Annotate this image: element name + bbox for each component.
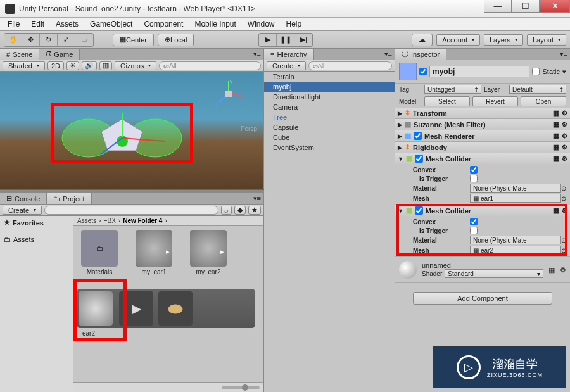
menu-edit[interactable]: Edit (26, 18, 49, 30)
scene-search[interactable]: ᔕAll (159, 61, 261, 70)
move-tool[interactable]: ✥ (22, 34, 40, 46)
minimize-button[interactable]: — (484, 0, 512, 13)
hierarchy-item-selected[interactable]: myobj (264, 82, 395, 92)
tag-dropdown[interactable]: Untagged‡ (424, 85, 481, 94)
tab-options[interactable]: ▾≡ (92, 193, 263, 204)
component-enable-checkbox[interactable] (415, 155, 423, 163)
static-checkbox[interactable] (532, 68, 540, 75)
gizmos-dropdown[interactable]: Gizmos (115, 61, 156, 70)
save-search-icon[interactable]: ★ (248, 206, 261, 215)
hierarchy-create-dropdown[interactable]: Create (267, 61, 306, 70)
help-icon[interactable]: ▦ (553, 132, 559, 140)
hierarchy-item[interactable]: Terrain (264, 72, 395, 82)
layer-dropdown[interactable]: Default‡ (509, 85, 566, 94)
add-component-button[interactable]: Add Component (413, 292, 552, 305)
scene-fx-icon[interactable]: ▥ (99, 61, 112, 70)
component-enable-checkbox[interactable] (414, 132, 422, 140)
tab-project[interactable]: 🗀 Project (47, 193, 91, 204)
asset-my-ear2[interactable]: my_ear2 ▸ (186, 230, 231, 284)
shading-dropdown[interactable]: Shaded (3, 61, 45, 70)
menu-file[interactable]: File (3, 18, 25, 30)
help-icon[interactable]: ▦ (548, 266, 555, 274)
help-icon[interactable]: ▦ (553, 143, 559, 151)
layers-dropdown[interactable]: Layers (484, 34, 523, 46)
tab-inspector[interactable]: ⓘ Inspector (395, 49, 446, 60)
gear-icon[interactable]: ⚙ (560, 266, 566, 274)
tab-game[interactable]: ᗧ Game (39, 49, 80, 60)
hierarchy-item[interactable]: Directional light (264, 92, 395, 102)
tab-console[interactable]: ⊟ Console (0, 193, 47, 204)
thumb-size-slider[interactable] (222, 386, 260, 389)
tab-options[interactable]: ▾≡ (314, 49, 395, 60)
component-mesh-filter[interactable]: ▶▦Suzanne (Mesh Filter)▦ ⚙ (395, 119, 570, 130)
hierarchy-item-prefab[interactable]: Tree (264, 112, 395, 122)
play-button[interactable]: ▶ (259, 34, 277, 46)
object-picker-icon[interactable]: ⊙ (561, 195, 566, 202)
pivot-local-button[interactable]: ⊕ Local (158, 34, 194, 46)
istrigger-checkbox[interactable] (470, 175, 478, 182)
asset-avatar[interactable]: ⬬ (158, 291, 193, 326)
menu-help[interactable]: Help (281, 18, 307, 30)
breadcrumb-current[interactable]: New Folder 4 (123, 217, 162, 224)
component-header[interactable]: ▼▦Mesh Collider▦ ⚙ (395, 153, 570, 164)
tab-hierarchy[interactable]: ≡ Hierarchy (264, 49, 314, 60)
sidebar-assets[interactable]: 🗀 Assets (0, 234, 73, 244)
shader-dropdown[interactable]: Standard▾ (445, 269, 543, 278)
scene-audio-icon[interactable]: 🔊 (82, 61, 97, 70)
gear-icon[interactable]: ⚙ (562, 121, 567, 128)
create-dropdown[interactable]: Create (3, 206, 42, 215)
sidebar-favorites[interactable]: ★ Favorites (0, 217, 73, 228)
open-button[interactable]: Open (521, 96, 566, 106)
project-search[interactable] (44, 206, 218, 215)
hierarchy-item[interactable]: Capsule (264, 122, 395, 132)
gear-icon[interactable]: ⚙ (562, 155, 567, 162)
toggle-2d[interactable]: 2D (48, 61, 64, 70)
gear-icon[interactable]: ⚙ (562, 110, 567, 117)
hierarchy-item[interactable]: Cube (264, 132, 395, 142)
mesh-field[interactable]: ▦ear1 (470, 194, 561, 203)
hierarchy-item[interactable]: EventSystem (264, 142, 395, 153)
breadcrumb-fbx[interactable]: FBX (103, 217, 115, 224)
tab-scene[interactable]: # Scene (0, 49, 39, 60)
menu-mobileinput[interactable]: Mobile Input (189, 18, 241, 30)
tab-options[interactable]: ▾≡ (446, 49, 570, 60)
step-button[interactable]: ▶| (294, 34, 312, 46)
rotate-tool[interactable]: ↻ (40, 34, 58, 46)
revert-button[interactable]: Revert (472, 96, 518, 106)
static-dropdown-icon[interactable]: ▾ (562, 68, 566, 76)
hierarchy-item[interactable]: Camera (264, 102, 395, 112)
account-dropdown[interactable]: Account (436, 34, 480, 46)
breadcrumb-assets[interactable]: Assets (77, 217, 96, 224)
maximize-button[interactable]: ☐ (512, 0, 540, 13)
object-icon[interactable] (399, 63, 417, 80)
cloud-button[interactable]: ☁ (412, 34, 433, 46)
menu-gameobject[interactable]: GameObject (85, 18, 137, 30)
object-picker-icon[interactable]: ⊙ (561, 185, 566, 192)
gear-icon[interactable]: ⚙ (562, 144, 567, 151)
layout-dropdown[interactable]: Layout (527, 34, 566, 46)
filter-type-icon[interactable]: ◆ (234, 206, 246, 215)
scene-viewport[interactable]: y x z Persp (0, 72, 263, 189)
component-mesh-renderer[interactable]: ▶▦Mesh Renderer▦ ⚙ (395, 130, 570, 141)
help-icon[interactable]: ▦ (553, 109, 559, 117)
tab-options[interactable]: ▾≡ (80, 49, 263, 60)
pivot-center-button[interactable]: ▦ Center (113, 34, 154, 46)
component-transform[interactable]: ▶⬍Transform▦ ⚙ (395, 108, 570, 118)
object-name-field[interactable]: myobj (429, 66, 529, 77)
gear-icon[interactable]: ⚙ (562, 132, 567, 139)
asset-my-ear1[interactable]: my_ear1 ▸ (132, 230, 176, 284)
help-icon[interactable]: ▦ (553, 120, 559, 129)
menu-component[interactable]: Component (139, 18, 188, 30)
scene-light-icon[interactable]: ☀ (66, 61, 79, 70)
help-icon[interactable]: ▦ (553, 155, 559, 163)
menu-assets[interactable]: Assets (51, 18, 84, 30)
rect-tool[interactable]: ▭ (75, 34, 93, 46)
pause-button[interactable]: ❚❚ (277, 34, 294, 46)
filter-icon[interactable]: ⌕ (221, 206, 232, 215)
menu-window[interactable]: Window (243, 18, 280, 30)
asset-materials[interactable]: 🗀 Materials (77, 230, 122, 284)
object-active-checkbox[interactable] (419, 68, 427, 75)
component-rigidbody[interactable]: ▶⬍Rigidbody▦ ⚙ (395, 142, 570, 153)
hand-tool[interactable]: ✋ (4, 34, 22, 46)
close-button[interactable]: ✕ (540, 0, 570, 13)
